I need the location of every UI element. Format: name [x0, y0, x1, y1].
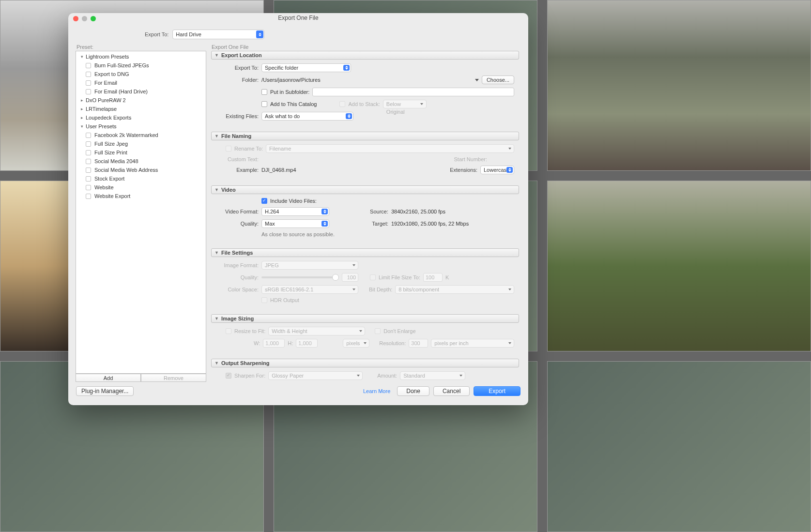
- jpeg-quality-label: Quality:: [216, 274, 259, 280]
- existing-files-label: Existing Files:: [216, 113, 259, 119]
- learn-more-link[interactable]: Learn More: [363, 388, 390, 394]
- checkbox-icon[interactable]: [86, 185, 91, 190]
- example-label: Example:: [216, 167, 259, 173]
- jpeg-quality-slider: [261, 276, 339, 278]
- panels-scroll[interactable]: ▼Export Location Export To: Specific fol…: [211, 51, 521, 382]
- checkbox-icon[interactable]: [86, 194, 91, 199]
- preset-group-loupe[interactable]: ▸Loupedeck Exports: [76, 113, 206, 122]
- preset-item[interactable]: Export to DNG: [76, 70, 206, 78]
- resolution-units-select: pixels per inch: [431, 339, 514, 348]
- settings-column: Export One File ▼Export Location Export …: [211, 44, 521, 382]
- video-quality-label: Quality:: [216, 221, 259, 227]
- export-to-folder-label: Export To:: [216, 65, 259, 71]
- plugin-manager-button[interactable]: Plug-in Manager...: [76, 386, 134, 396]
- video-format-label: Video Format:: [216, 209, 259, 214]
- folder-label: Folder:: [216, 77, 259, 83]
- hdr-checkbox: [261, 297, 267, 303]
- preset-group-lightroom[interactable]: ▾Lightroom Presets: [76, 52, 206, 61]
- preset-buttons: Add Remove: [76, 374, 206, 382]
- preset-group-user[interactable]: ▾User Presets: [76, 122, 206, 131]
- done-button[interactable]: Done: [397, 386, 429, 396]
- preset-group-lrt[interactable]: ▸LRTimelapse: [76, 105, 206, 113]
- checkbox-icon[interactable]: [86, 80, 91, 86]
- checkbox-icon[interactable]: [86, 150, 91, 155]
- chevron-updown-icon: [506, 167, 513, 173]
- cancel-button[interactable]: Cancel: [433, 386, 470, 396]
- panel-export-location[interactable]: ▼Export Location: [211, 51, 519, 60]
- add-catalog-label: Add to This Catalog: [270, 101, 317, 107]
- preset-item[interactable]: Stock Export: [76, 174, 206, 183]
- existing-files-select[interactable]: Ask what to do: [261, 112, 353, 121]
- choose-folder-button[interactable]: Choose...: [482, 76, 514, 84]
- add-stack-label: Add to Stack:: [348, 101, 380, 107]
- chevron-updown-icon: [346, 113, 352, 119]
- preset-item[interactable]: Website: [76, 183, 206, 192]
- sharpen-checkbox: [226, 373, 231, 379]
- preset-item[interactable]: Facebook 2k Watermarked: [76, 131, 206, 139]
- panel-image-sizing[interactable]: ▼Image Sizing: [211, 314, 519, 323]
- include-video-checkbox[interactable]: [261, 198, 267, 204]
- jpeg-quality-input: [342, 273, 358, 282]
- image-format-select: JPEG: [261, 261, 358, 270]
- export-to-folder-select[interactable]: Specific folder: [261, 63, 351, 72]
- custom-text-label: Custom Text:: [216, 156, 259, 162]
- height-label: H:: [288, 340, 293, 346]
- preset-item[interactable]: For Email: [76, 78, 206, 87]
- preset-item[interactable]: Website Export: [76, 192, 206, 200]
- checkbox-icon[interactable]: [86, 89, 91, 94]
- subfolder-input[interactable]: [312, 88, 514, 96]
- panel-video[interactable]: ▼Video: [211, 185, 519, 194]
- panel-file-naming[interactable]: ▼File Naming: [211, 132, 519, 140]
- resize-checkbox: [226, 328, 231, 334]
- subfolder-checkbox[interactable]: [261, 89, 267, 95]
- video-target-label: Target:: [364, 221, 388, 227]
- enlarge-checkbox: [375, 328, 381, 334]
- chevron-down-icon: [458, 373, 464, 379]
- add-preset-button[interactable]: Add: [76, 374, 141, 382]
- checkbox-icon[interactable]: [86, 167, 91, 173]
- chevron-down-icon: [419, 101, 425, 107]
- rename-checkbox: [226, 146, 231, 152]
- width-label: W:: [254, 340, 260, 346]
- preset-item[interactable]: Full Size Print: [76, 148, 206, 157]
- panel-file-settings[interactable]: ▼File Settings: [211, 248, 519, 257]
- panel-output-sharpening[interactable]: ▼Output Sharpening: [211, 359, 519, 367]
- chevron-down-icon: [351, 287, 357, 292]
- height-input: [296, 339, 318, 348]
- chevron-down-icon: [351, 262, 357, 268]
- checkbox-icon[interactable]: [86, 159, 91, 164]
- resolution-label: Resolution:: [379, 340, 406, 346]
- preset-item[interactable]: For Email (Hard Drive): [76, 87, 206, 96]
- colorspace-select: sRGB IEC61966-2.1: [261, 285, 358, 294]
- folder-menu-icon[interactable]: [475, 78, 479, 82]
- preset-item[interactable]: Burn Full-Sized JPEGs: [76, 61, 206, 70]
- checkbox-icon[interactable]: [86, 133, 91, 138]
- limit-size-input: [423, 273, 443, 282]
- chevron-updown-icon: [321, 221, 328, 227]
- sharpen-label: Sharpen For:: [234, 373, 265, 379]
- export-button[interactable]: Export: [474, 386, 520, 396]
- video-quality-select[interactable]: Max: [261, 219, 329, 228]
- resize-select: Width & Height: [268, 327, 365, 335]
- preset-item[interactable]: Full Size Jpeg: [76, 139, 206, 148]
- checkbox-icon[interactable]: [86, 141, 91, 147]
- checkbox-icon[interactable]: [86, 63, 91, 68]
- preset-item[interactable]: Social Media Web Address: [76, 166, 206, 174]
- export-to-value: Hard Drive: [176, 31, 201, 37]
- export-to-label: Export To:: [145, 31, 168, 37]
- preset-list[interactable]: ▾Lightroom Presets Burn Full-Sized JPEGs…: [76, 51, 206, 374]
- preset-group-dxo[interactable]: ▸DxO PureRAW 2: [76, 96, 206, 105]
- folder-path: /Users/jasonrow/Pictures: [261, 77, 321, 83]
- export-to-select[interactable]: Hard Drive: [172, 30, 264, 39]
- checkbox-icon[interactable]: [86, 176, 91, 182]
- right-column-label: Export One File: [212, 44, 521, 50]
- checkbox-icon[interactable]: [86, 72, 91, 77]
- dialog-footer: Plug-in Manager... Learn More Done Cance…: [68, 382, 528, 405]
- sharpen-for-select: Glossy Paper: [268, 371, 363, 380]
- export-to-row: Export To: Hard Drive: [145, 24, 528, 44]
- extensions-select[interactable]: Lowercase: [480, 166, 514, 174]
- add-catalog-checkbox[interactable]: [261, 101, 267, 107]
- preset-item[interactable]: Social Media 2048: [76, 157, 206, 166]
- bitdepth-label: Bit Depth:: [369, 287, 392, 292]
- video-format-select[interactable]: H.264: [261, 207, 329, 216]
